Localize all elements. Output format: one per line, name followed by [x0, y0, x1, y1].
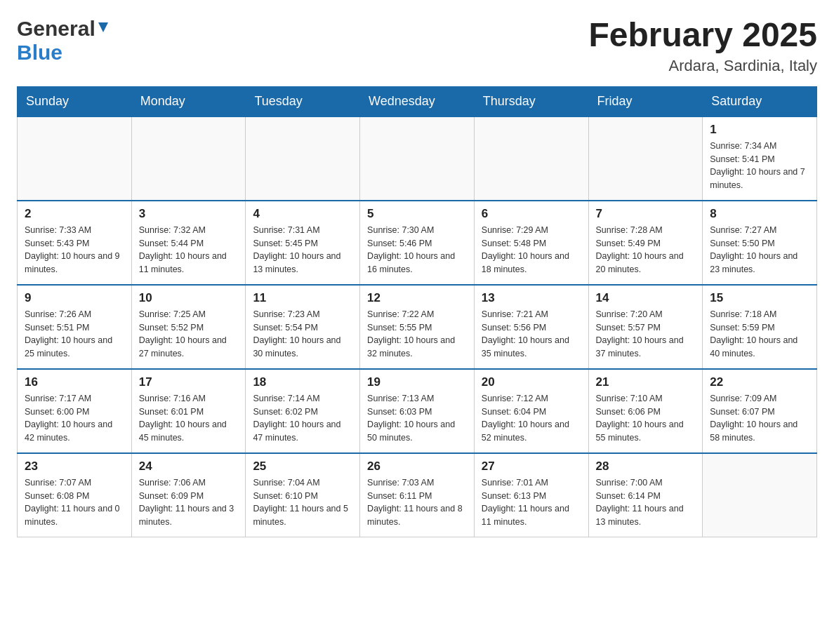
- day-info: Sunrise: 7:07 AM Sunset: 6:08 PM Dayligh…: [25, 476, 124, 529]
- day-info: Sunrise: 7:27 AM Sunset: 5:50 PM Dayligh…: [710, 224, 809, 276]
- calendar-cell: [703, 453, 817, 537]
- col-header-sunday: Sunday: [18, 86, 132, 116]
- calendar-cell: 16Sunrise: 7:17 AM Sunset: 6:00 PM Dayli…: [18, 369, 132, 453]
- day-number: 1: [710, 123, 809, 137]
- day-info: Sunrise: 7:09 AM Sunset: 6:07 PM Dayligh…: [710, 392, 809, 445]
- day-info: Sunrise: 7:33 AM Sunset: 5:43 PM Dayligh…: [25, 224, 124, 276]
- svg-marker-0: [98, 22, 108, 32]
- day-number: 19: [367, 375, 467, 389]
- calendar-cell: [246, 116, 360, 201]
- month-title: February 2025: [588, 17, 817, 54]
- day-info: Sunrise: 7:17 AM Sunset: 6:00 PM Dayligh…: [25, 392, 124, 445]
- day-number: 20: [482, 375, 581, 389]
- logo-blue: Blue: [17, 41, 62, 65]
- calendar-cell: 13Sunrise: 7:21 AM Sunset: 5:56 PM Dayli…: [474, 285, 588, 369]
- day-info: Sunrise: 7:28 AM Sunset: 5:49 PM Dayligh…: [596, 224, 696, 276]
- calendar-cell: 22Sunrise: 7:09 AM Sunset: 6:07 PM Dayli…: [703, 369, 817, 453]
- day-info: Sunrise: 7:31 AM Sunset: 5:45 PM Dayligh…: [253, 224, 352, 276]
- title-block: February 2025 Ardara, Sardinia, Italy: [588, 17, 817, 75]
- calendar-cell: 24Sunrise: 7:06 AM Sunset: 6:09 PM Dayli…: [131, 453, 246, 537]
- day-number: 17: [139, 375, 239, 389]
- day-info: Sunrise: 7:34 AM Sunset: 5:41 PM Dayligh…: [710, 140, 809, 192]
- calendar-cell: [131, 116, 246, 201]
- location-title: Ardara, Sardinia, Italy: [588, 57, 817, 75]
- day-number: 10: [139, 291, 239, 305]
- day-info: Sunrise: 7:04 AM Sunset: 6:10 PM Dayligh…: [253, 476, 352, 529]
- logo-general: General: [17, 17, 95, 41]
- day-info: Sunrise: 7:26 AM Sunset: 5:51 PM Dayligh…: [25, 308, 124, 361]
- day-number: 16: [25, 375, 124, 389]
- day-info: Sunrise: 7:00 AM Sunset: 6:14 PM Dayligh…: [596, 476, 696, 529]
- calendar-cell: 8Sunrise: 7:27 AM Sunset: 5:50 PM Daylig…: [703, 201, 817, 285]
- col-header-saturday: Saturday: [703, 86, 817, 116]
- day-info: Sunrise: 7:23 AM Sunset: 5:54 PM Dayligh…: [253, 308, 352, 361]
- col-header-friday: Friday: [588, 86, 703, 116]
- day-info: Sunrise: 7:16 AM Sunset: 6:01 PM Dayligh…: [139, 392, 239, 445]
- day-number: 9: [25, 291, 124, 305]
- day-info: Sunrise: 7:25 AM Sunset: 5:52 PM Dayligh…: [139, 308, 239, 361]
- calendar-cell: 26Sunrise: 7:03 AM Sunset: 6:11 PM Dayli…: [360, 453, 475, 537]
- day-number: 4: [253, 207, 352, 221]
- calendar-cell: [474, 116, 588, 201]
- col-header-wednesday: Wednesday: [360, 86, 475, 116]
- calendar-week-row: 1Sunrise: 7:34 AM Sunset: 5:41 PM Daylig…: [18, 116, 817, 201]
- day-number: 3: [139, 207, 239, 221]
- col-header-monday: Monday: [131, 86, 246, 116]
- day-info: Sunrise: 7:20 AM Sunset: 5:57 PM Dayligh…: [596, 308, 696, 361]
- calendar-cell: 11Sunrise: 7:23 AM Sunset: 5:54 PM Dayli…: [246, 285, 360, 369]
- day-number: 11: [253, 291, 352, 305]
- day-number: 13: [482, 291, 581, 305]
- day-info: Sunrise: 7:30 AM Sunset: 5:46 PM Dayligh…: [367, 224, 467, 276]
- calendar-cell: [18, 116, 132, 201]
- calendar-cell: 9Sunrise: 7:26 AM Sunset: 5:51 PM Daylig…: [18, 285, 132, 369]
- calendar-week-row: 2Sunrise: 7:33 AM Sunset: 5:43 PM Daylig…: [18, 201, 817, 285]
- calendar-cell: [360, 116, 475, 201]
- day-info: Sunrise: 7:29 AM Sunset: 5:48 PM Dayligh…: [482, 224, 581, 276]
- day-number: 2: [25, 207, 124, 221]
- calendar-cell: 3Sunrise: 7:32 AM Sunset: 5:44 PM Daylig…: [131, 201, 246, 285]
- day-number: 26: [367, 459, 467, 474]
- calendar-cell: 1Sunrise: 7:34 AM Sunset: 5:41 PM Daylig…: [703, 116, 817, 201]
- day-info: Sunrise: 7:03 AM Sunset: 6:11 PM Dayligh…: [367, 476, 467, 529]
- day-info: Sunrise: 7:06 AM Sunset: 6:09 PM Dayligh…: [139, 476, 239, 529]
- day-info: Sunrise: 7:13 AM Sunset: 6:03 PM Dayligh…: [367, 392, 467, 445]
- calendar-cell: 28Sunrise: 7:00 AM Sunset: 6:14 PM Dayli…: [588, 453, 703, 537]
- logo-triangle-icon: [95, 20, 111, 38]
- day-number: 15: [710, 291, 809, 305]
- day-number: 6: [482, 207, 581, 221]
- calendar-table: SundayMondayTuesdayWednesdayThursdayFrid…: [17, 86, 817, 538]
- day-number: 28: [596, 459, 696, 474]
- page-header: General Blue February 2025 Ardara, Sardi…: [17, 17, 817, 75]
- calendar-cell: 14Sunrise: 7:20 AM Sunset: 5:57 PM Dayli…: [588, 285, 703, 369]
- calendar-cell: 17Sunrise: 7:16 AM Sunset: 6:01 PM Dayli…: [131, 369, 246, 453]
- col-header-tuesday: Tuesday: [246, 86, 360, 116]
- day-number: 22: [710, 375, 809, 389]
- day-number: 24: [139, 459, 239, 474]
- calendar-week-row: 23Sunrise: 7:07 AM Sunset: 6:08 PM Dayli…: [18, 453, 817, 537]
- calendar-cell: 19Sunrise: 7:13 AM Sunset: 6:03 PM Dayli…: [360, 369, 475, 453]
- day-number: 23: [25, 459, 124, 474]
- calendar-cell: 23Sunrise: 7:07 AM Sunset: 6:08 PM Dayli…: [18, 453, 132, 537]
- day-number: 14: [596, 291, 696, 305]
- calendar-cell: 21Sunrise: 7:10 AM Sunset: 6:06 PM Dayli…: [588, 369, 703, 453]
- logo: General Blue: [17, 17, 111, 65]
- calendar-cell: 4Sunrise: 7:31 AM Sunset: 5:45 PM Daylig…: [246, 201, 360, 285]
- calendar-cell: 7Sunrise: 7:28 AM Sunset: 5:49 PM Daylig…: [588, 201, 703, 285]
- calendar-cell: 10Sunrise: 7:25 AM Sunset: 5:52 PM Dayli…: [131, 285, 246, 369]
- day-number: 12: [367, 291, 467, 305]
- calendar-week-row: 9Sunrise: 7:26 AM Sunset: 5:51 PM Daylig…: [18, 285, 817, 369]
- calendar-cell: 27Sunrise: 7:01 AM Sunset: 6:13 PM Dayli…: [474, 453, 588, 537]
- day-info: Sunrise: 7:10 AM Sunset: 6:06 PM Dayligh…: [596, 392, 696, 445]
- calendar-cell: 18Sunrise: 7:14 AM Sunset: 6:02 PM Dayli…: [246, 369, 360, 453]
- calendar-week-row: 16Sunrise: 7:17 AM Sunset: 6:00 PM Dayli…: [18, 369, 817, 453]
- day-number: 8: [710, 207, 809, 221]
- calendar-cell: 6Sunrise: 7:29 AM Sunset: 5:48 PM Daylig…: [474, 201, 588, 285]
- calendar-cell: 5Sunrise: 7:30 AM Sunset: 5:46 PM Daylig…: [360, 201, 475, 285]
- day-info: Sunrise: 7:32 AM Sunset: 5:44 PM Dayligh…: [139, 224, 239, 276]
- calendar-cell: [588, 116, 703, 201]
- day-number: 18: [253, 375, 352, 389]
- day-info: Sunrise: 7:22 AM Sunset: 5:55 PM Dayligh…: [367, 308, 467, 361]
- day-info: Sunrise: 7:12 AM Sunset: 6:04 PM Dayligh…: [482, 392, 581, 445]
- day-number: 7: [596, 207, 696, 221]
- day-number: 25: [253, 459, 352, 474]
